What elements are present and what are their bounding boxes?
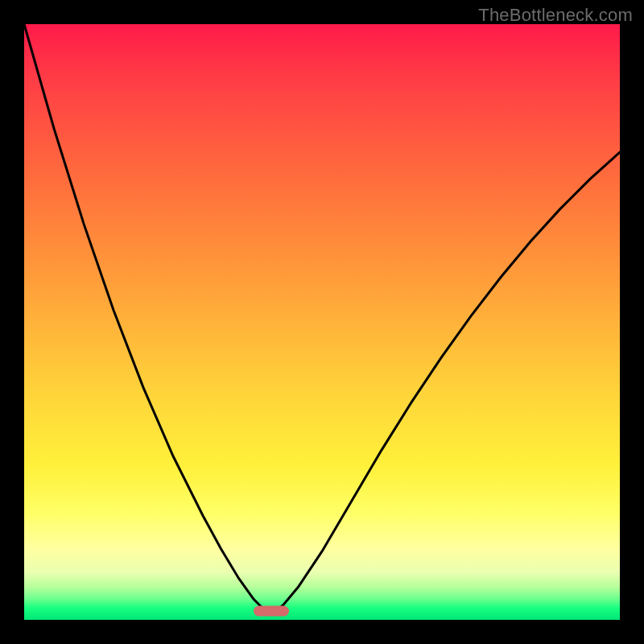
plot-area: [24, 24, 620, 620]
curve-left-branch: [24, 24, 267, 611]
curve-right-branch: [275, 152, 620, 611]
watermark-text: TheBottleneck.com: [478, 5, 633, 26]
minimum-marker: [254, 605, 289, 616]
outer-frame: TheBottleneck.com: [0, 0, 644, 644]
bottleneck-curve: [24, 24, 620, 620]
